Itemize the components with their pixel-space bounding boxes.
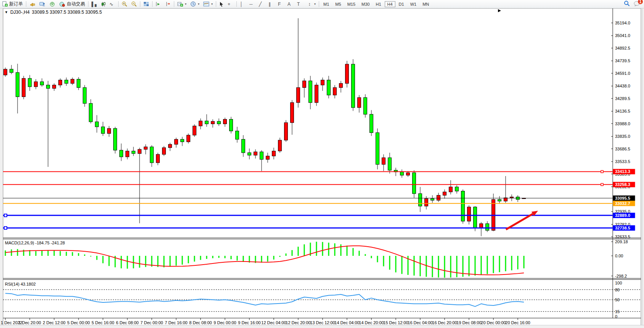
timeframe-h4[interactable]: H4 [385, 1, 395, 7]
candle [83, 85, 87, 107]
timeframe-m15[interactable]: M15 [345, 1, 358, 7]
notification-badge: 1 [638, 0, 643, 4]
svg-text:33988.0: 33988.0 [615, 121, 630, 126]
candle [187, 134, 190, 144]
tile-windows-icon[interactable] [141, 0, 151, 8]
notifications-button[interactable]: 1 [634, 1, 640, 8]
candle [22, 76, 26, 99]
search-icon[interactable] [624, 0, 630, 8]
svg-text:12 Dec 20:00: 12 Dec 20:00 [286, 320, 310, 325]
chevron-down-icon: ▾ [198, 2, 199, 6]
channel-tool-icon[interactable]: ∥ [267, 0, 276, 8]
timeframe-m1[interactable]: M1 [321, 1, 332, 7]
mt4-application-window: 新订单 [0, 0, 644, 328]
candle [376, 128, 379, 169]
svg-text:-298.2: -298.2 [615, 274, 627, 278]
terminal-button[interactable] [37, 0, 47, 8]
timeframe-d1[interactable]: D1 [396, 1, 407, 7]
svg-text:9 Dec 00:00: 9 Dec 00:00 [214, 320, 236, 325]
indicators-icon[interactable]: ▾ [175, 0, 188, 8]
collapse-triangle-icon[interactable]: ▼ [5, 10, 8, 14]
crosshair-tool-icon[interactable]: + [226, 0, 235, 8]
chart-canvas[interactable]: 35194.035041.034892.534739.534591.034438… [0, 0, 644, 328]
main-toolbar: 新订单 [0, 0, 644, 8]
timeframe-h1[interactable]: H1 [373, 1, 384, 7]
price-line-label: 33413.3 [615, 169, 630, 174]
templates-icon[interactable]: ▾ [201, 0, 215, 8]
timeframe-mn[interactable]: MN [420, 1, 432, 7]
bar-chart-icon[interactable]: ▌▖ [90, 0, 99, 8]
svg-text:0: 0 [615, 314, 617, 319]
chart-title-bar[interactable]: ▼ DJ30-,H4 33089.5 33097.5 33089.5 33095… [5, 10, 102, 15]
candle [162, 146, 166, 156]
candle [345, 61, 349, 87]
candle [413, 170, 416, 198]
periods-icon[interactable]: ▾ [188, 0, 201, 8]
svg-text:16 Dec 20:00: 16 Dec 20:00 [432, 320, 457, 325]
svg-text:9 Dec 16:00: 9 Dec 16:00 [238, 320, 260, 325]
fibonacci-tool-icon[interactable]: F [276, 0, 286, 8]
zoom-in-icon[interactable] [120, 0, 129, 8]
new-order-label: 新订单 [9, 1, 23, 7]
toolbar-separator [236, 1, 237, 7]
svg-text:35194.0: 35194.0 [615, 21, 630, 25]
candle [364, 94, 367, 118]
trendline-tool-icon[interactable]: ╱ [257, 0, 267, 8]
cursor-tool-icon[interactable] [217, 0, 226, 8]
candlestick-chart-icon[interactable] [99, 0, 108, 8]
chevron-down-icon: ▾ [314, 2, 316, 6]
macd-indicator-label: MACD(12,26,9) -184.75 -241.28 [5, 241, 65, 245]
svg-text:32633.5: 32633.5 [615, 234, 630, 239]
svg-text:15 Dec 12:00: 15 Dec 12:00 [383, 320, 408, 325]
autotrading-button[interactable]: 自动交易 [57, 0, 87, 8]
symbol-period-label: DJ30-,H4 [10, 10, 30, 15]
terminal-icon [39, 2, 45, 7]
text-label-tool-icon[interactable]: T [295, 0, 305, 8]
svg-text:1 Dec 20:00: 1 Dec 20:00 [18, 320, 41, 325]
svg-text:35041.0: 35041.0 [615, 33, 630, 38]
signals-button[interactable] [47, 0, 57, 8]
text-tool-icon[interactable]: A [286, 0, 295, 8]
svg-text:33533.5: 33533.5 [615, 159, 630, 164]
toolbar-separator [140, 1, 140, 7]
svg-text:12 Dec 04:00: 12 Dec 04:00 [261, 320, 286, 325]
toolbar-separator [118, 1, 119, 7]
svg-text:2 Dec 12:00: 2 Dec 12:00 [43, 320, 65, 325]
svg-text:0.00: 0.00 [615, 254, 623, 258]
autoscroll-icon[interactable] [154, 0, 163, 8]
arrows-glyph: ↕ [307, 2, 312, 7]
timeframe-m30[interactable]: M30 [359, 1, 372, 7]
zoom-out-icon[interactable] [129, 0, 139, 8]
arrows-tool-icon[interactable]: ↕ ▾ [305, 0, 318, 8]
svg-text:20 Dec 00:00: 20 Dec 00:00 [481, 320, 506, 325]
candle [315, 82, 318, 106]
window-bottom-strip [0, 325, 644, 328]
svg-text:20 Dec 16:00: 20 Dec 16:00 [505, 320, 530, 325]
horizontal-line-tool-icon[interactable]: ─ [247, 0, 257, 8]
svg-text:100: 100 [615, 281, 622, 285]
price-line-label: 32738.5 [615, 226, 630, 230]
svg-text:6 Dec 08:00: 6 Dec 08:00 [116, 320, 138, 325]
svg-text:34892.5: 34892.5 [615, 46, 630, 50]
timeframe-w1[interactable]: W1 [408, 1, 419, 7]
svg-text:19 Dec 08:00: 19 Dec 08:00 [456, 320, 481, 325]
line-chart-icon[interactable]: ∿ [108, 0, 117, 8]
svg-text:13 Dec 12:00: 13 Dec 12:00 [310, 320, 335, 325]
svg-text:5 Dec 16:00: 5 Dec 16:00 [92, 320, 114, 325]
chevron-down-icon: ▾ [211, 2, 213, 6]
candle [114, 127, 117, 153]
vertical-line-tool-icon[interactable]: │ [238, 0, 247, 8]
svg-text:34289.5: 34289.5 [615, 96, 630, 101]
svg-text:8 Dec 08:00: 8 Dec 08:00 [189, 320, 212, 325]
new-order-icon [2, 1, 8, 7]
new-order-button[interactable]: 新订单 [0, 0, 25, 8]
rsi-indicator-label: RSI(14) 43.1802 [5, 282, 36, 286]
chart-shift-icon[interactable] [163, 0, 173, 8]
price-line-label: 33095.5 [615, 196, 630, 200]
timeframe-m5[interactable]: M5 [332, 1, 344, 7]
market-watch-button[interactable] [27, 0, 37, 8]
toolbar-separator [26, 1, 26, 7]
candle [193, 124, 196, 137]
price-line-label: 33032.7 [615, 201, 630, 206]
toolbar-separator [216, 1, 216, 7]
